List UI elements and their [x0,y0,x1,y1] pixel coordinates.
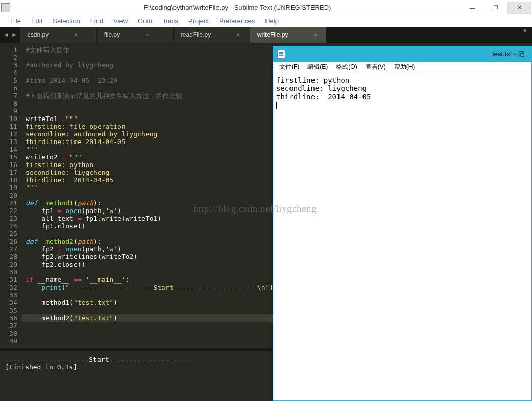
tab-file-py[interactable]: file.py× [97,27,174,43]
notepad-menu-item[interactable]: 文件(F) [275,63,303,72]
notepad-menubar: 文件(F)编辑(E)格式(O)查看(V)帮助(H) [273,62,531,73]
app-icon [1,3,10,12]
notepad-body[interactable]: firstline: python secondline: liygcheng … [273,73,531,400]
menu-goto[interactable]: Goto [133,16,157,26]
tab-next-icon[interactable]: ► [11,31,17,38]
notepad-title: test.txt - 记 [289,50,527,59]
notepad-menu-item[interactable]: 查看(V) [361,63,390,72]
tab-csdn-py[interactable]: csdn.py× [20,27,97,43]
menu-file[interactable]: File [5,16,26,26]
maximize-button[interactable]: ☐ [484,2,507,14]
tab-close-icon[interactable]: × [74,32,77,38]
menu-preferences[interactable]: Preferences [214,16,260,26]
notepad-menu-item[interactable]: 格式(O) [332,63,361,72]
notepad-titlebar[interactable]: test.txt - 记 [273,46,531,62]
menubar: FileEditSelectionFindViewGotoToolsProjec… [0,15,532,27]
minimize-button[interactable]: — [461,2,484,14]
menu-selection[interactable]: Selection [47,16,85,26]
tab-prev-icon[interactable]: ◄ [3,31,9,38]
titlebar: F:\coding\python\writeFile.py - Sublime … [0,0,532,15]
close-button[interactable]: ✕ [507,2,531,14]
menu-find[interactable]: Find [85,16,108,26]
menu-view[interactable]: View [108,16,133,26]
text-caret [276,102,277,109]
notepad-window[interactable]: test.txt - 记 文件(F)编辑(E)格式(O)查看(V)帮助(H) f… [273,46,532,401]
tab-strip: ◄ ► csdn.py×file.py×readFile.py×writeFil… [0,27,532,43]
tabs-menu-icon[interactable]: ▾ [518,27,532,43]
tab-close-icon[interactable]: × [236,32,239,38]
tab-label: csdn.py [28,31,49,38]
tab-label: writeFile.py [257,31,288,38]
tab-close-icon[interactable]: × [146,32,149,38]
notepad-menu-item[interactable]: 编辑(E) [303,63,332,72]
menu-help[interactable]: Help [260,16,284,26]
menu-edit[interactable]: Edit [26,16,47,26]
menu-tools[interactable]: Tools [157,16,183,26]
tab-label: file.py [104,31,120,38]
window-title: F:\coding\python\writeFile.py - Sublime … [14,4,461,11]
tab-label: readFile.py [181,31,211,38]
notepad-menu-item[interactable]: 帮助(H) [390,63,419,72]
menu-project[interactable]: Project [183,16,214,26]
line-gutter: 1234567891011121314151617181920212223242… [0,43,21,348]
tab-writeFile-py[interactable]: writeFile.py× [250,27,327,43]
tab-readFile-py[interactable]: readFile.py× [174,27,250,43]
notepad-icon [277,50,285,59]
tab-close-icon[interactable]: × [313,32,317,38]
